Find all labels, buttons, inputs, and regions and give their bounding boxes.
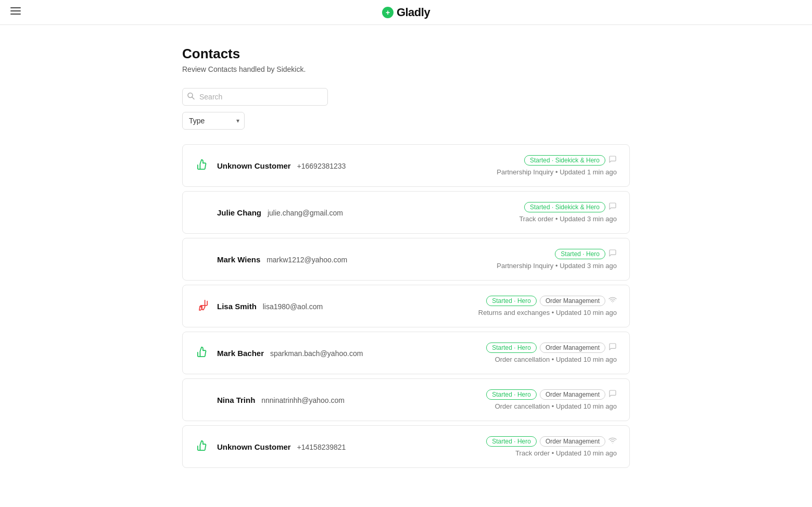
chat-icon — [608, 389, 617, 400]
chat-icon — [608, 249, 617, 259]
contact-right: Started · Sidekick & Hero Track order • … — [519, 202, 617, 223]
contact-meta: Returns and exchanges • Updated 10 min a… — [478, 309, 617, 316]
svg-rect-2 — [10, 14, 21, 15]
contact-right: Started · Hero Order Management Order ca… — [486, 343, 617, 363]
contact-card[interactable]: Unknown Customer +16692381233 Started · … — [182, 144, 630, 187]
contact-right: Started · Hero Order Management Order ca… — [486, 389, 617, 410]
top-navigation: + Gladly — [0, 0, 812, 25]
contact-meta: Order cancellation • Updated 10 min ago — [495, 356, 617, 363]
chat-icon — [608, 343, 617, 353]
contact-left: Mark Wiens markw1212@yahoo.com — [195, 255, 347, 264]
page-subtitle: Review Contacts handled by Sidekick. — [182, 65, 630, 73]
badge-primary: Started · Hero — [555, 249, 605, 259]
contact-info: Nina Trinh nnninatrinhh@yahoo.com — [217, 396, 345, 404]
search-input[interactable] — [182, 88, 328, 106]
thumbs-down-icon — [195, 299, 210, 313]
contact-name: Lisa Smith — [217, 302, 257, 311]
contact-right: Started · Sidekick & Hero Partnership In… — [497, 155, 617, 176]
contact-left: Unknown Customer +16692381233 — [195, 159, 346, 173]
page-title: Contacts — [182, 46, 630, 62]
badge-secondary: Order Management — [540, 343, 605, 353]
badges-row: Started · Hero Order Management — [486, 436, 617, 447]
contact-info: Lisa Smith lisa1980@aol.com — [217, 302, 323, 311]
badges-row: Started · Hero Order Management — [486, 296, 617, 306]
contact-identifier: sparkman.bach@yahoo.com — [270, 349, 363, 358]
badge-primary: Started · Sidekick & Hero — [524, 202, 605, 212]
contact-info: Mark Bacher sparkman.bach@yahoo.com — [217, 349, 363, 358]
wifi-icon — [608, 436, 617, 447]
hamburger-menu[interactable] — [10, 6, 21, 19]
contact-name: Mark Wiens — [217, 255, 260, 264]
contact-meta: Partnership Inquiry • Updated 3 min ago — [497, 262, 617, 270]
contact-left: Mark Bacher sparkman.bach@yahoo.com — [195, 346, 363, 360]
contact-name: Mark Bacher — [217, 349, 264, 358]
logo-icon: + — [382, 7, 394, 18]
contact-left: Julie Chang julie.chang@gmail.com — [195, 208, 343, 217]
contact-name: Unknown Customer — [217, 442, 291, 451]
thumbs-up-icon — [195, 159, 210, 173]
contact-card[interactable]: Julie Chang julie.chang@gmail.com Starte… — [182, 191, 630, 234]
contact-identifier: +14158239821 — [297, 443, 346, 451]
contact-identifier: lisa1980@aol.com — [263, 302, 323, 311]
logo-text: Gladly — [397, 6, 430, 19]
badge-primary: Started · Hero — [486, 389, 537, 400]
badges-row: Started · Hero — [555, 249, 617, 259]
contact-card[interactable]: Mark Bacher sparkman.bach@yahoo.com Star… — [182, 332, 630, 374]
contact-meta: Partnership Inquiry • Updated 1 min ago — [497, 168, 617, 176]
contact-card[interactable]: Lisa Smith lisa1980@aol.com Started · He… — [182, 285, 630, 327]
main-content: Contacts Review Contacts handled by Side… — [172, 25, 640, 493]
contact-card[interactable]: Nina Trinh nnninatrinhh@yahoo.com Starte… — [182, 378, 630, 421]
badge-secondary: Order Management — [540, 436, 605, 447]
contact-name: Unknown Customer — [217, 161, 291, 170]
chat-icon — [608, 202, 617, 212]
contact-name: Nina Trinh — [217, 396, 255, 404]
badge-primary: Started · Hero — [486, 296, 537, 306]
contact-right: Started · Hero Partnership Inquiry • Upd… — [497, 249, 617, 270]
contact-left: Unknown Customer +14158239821 — [195, 440, 346, 454]
contact-info: Julie Chang julie.chang@gmail.com — [217, 208, 343, 217]
type-dropdown-wrapper: Type All Phone Email Chat ▾ — [182, 112, 245, 130]
chat-icon — [608, 155, 617, 166]
contact-name: Julie Chang — [217, 208, 261, 217]
contact-identifier: +16692381233 — [297, 162, 346, 170]
badges-row: Started · Hero Order Management — [486, 343, 617, 353]
contact-meta: Track order • Updated 3 min ago — [519, 215, 617, 223]
contact-info: Mark Wiens markw1212@yahoo.com — [217, 255, 347, 264]
contact-right: Started · Hero Order Management Returns … — [478, 296, 617, 316]
badge-secondary: Order Management — [540, 389, 605, 400]
contact-info: Unknown Customer +14158239821 — [217, 442, 346, 451]
badges-row: Started · Sidekick & Hero — [524, 202, 617, 212]
contact-meta: Track order • Updated 10 min ago — [515, 449, 617, 457]
contact-left: Lisa Smith lisa1980@aol.com — [195, 299, 323, 313]
thumbs-up-icon — [195, 440, 210, 454]
badge-primary: Started · Hero — [486, 436, 537, 447]
contact-meta: Order cancellation • Updated 10 min ago — [495, 402, 617, 410]
badges-row: Started · Hero Order Management — [486, 389, 617, 400]
contact-identifier: nnninatrinhh@yahoo.com — [261, 396, 345, 404]
contact-info: Unknown Customer +16692381233 — [217, 161, 346, 170]
contact-left: Nina Trinh nnninatrinhh@yahoo.com — [195, 396, 345, 404]
svg-rect-1 — [10, 10, 21, 11]
badges-row: Started · Sidekick & Hero — [524, 155, 617, 166]
thumbs-up-icon — [195, 346, 210, 360]
badge-secondary: Order Management — [540, 296, 605, 306]
contact-card[interactable]: Mark Wiens markw1212@yahoo.com Started ·… — [182, 238, 630, 281]
contact-right: Started · Hero Order Management Track or… — [486, 436, 617, 457]
svg-rect-0 — [10, 7, 21, 8]
contacts-list: Unknown Customer +16692381233 Started · … — [182, 144, 630, 472]
badge-primary: Started · Hero — [486, 343, 537, 353]
search-wrapper — [182, 88, 328, 106]
contact-identifier: markw1212@yahoo.com — [267, 256, 347, 264]
wifi-icon — [608, 296, 617, 306]
badge-primary: Started · Sidekick & Hero — [524, 155, 605, 166]
type-dropdown[interactable]: Type All Phone Email Chat — [182, 112, 245, 130]
contact-identifier: julie.chang@gmail.com — [268, 209, 343, 217]
app-logo: + Gladly — [382, 6, 430, 19]
contact-card[interactable]: Unknown Customer +14158239821 Started · … — [182, 425, 630, 468]
